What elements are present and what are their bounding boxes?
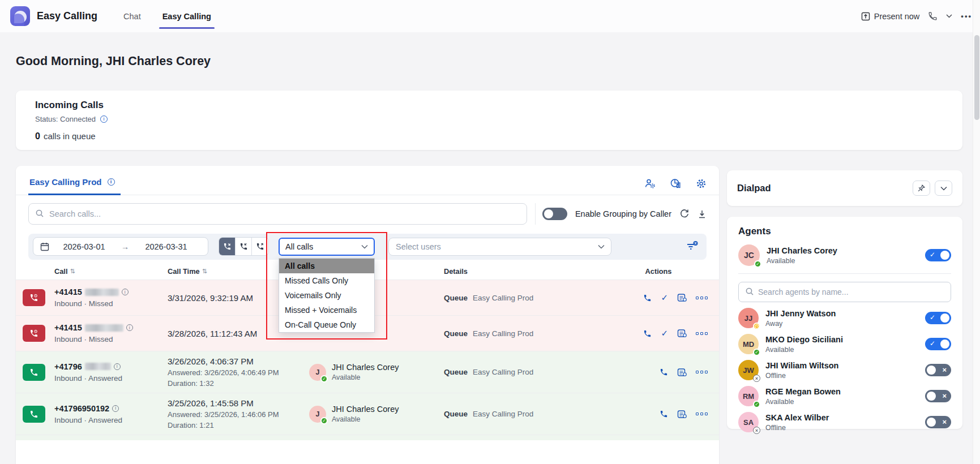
call-duration: Duration: 1:21: [168, 421, 309, 429]
agent-name: SKA Alex Wilber: [765, 413, 829, 422]
grouping-toggle[interactable]: [542, 208, 567, 220]
available-status-badge: ✓: [753, 349, 760, 356]
agents-card: Agents JC✓ JHI Charles Corey Available ✓…: [727, 217, 962, 429]
available-status-badge: ✓: [320, 375, 328, 383]
dropdown-option-all-calls[interactable]: All calls: [279, 259, 374, 273]
incoming-call-filter-button[interactable]: [219, 238, 236, 255]
agents-search-input[interactable]: [738, 282, 951, 302]
date-to[interactable]: 2026-03-31: [131, 242, 201, 251]
redacted-number: [85, 289, 119, 296]
date-range-picker[interactable]: 2026-03-01 → 2026-03-31: [33, 237, 208, 256]
tab-easy-calling[interactable]: Easy Calling: [160, 0, 213, 32]
info-icon[interactable]: i: [114, 363, 121, 370]
missed-call-filter-button[interactable]: [236, 238, 252, 255]
select-users-box: [388, 238, 611, 256]
settings-gear-icon[interactable]: [696, 178, 707, 189]
tab-easy-calling-prod[interactable]: Easy Calling Prod i: [28, 177, 121, 195]
agent-availability-toggle[interactable]: ×: [925, 390, 951, 402]
top-navbar: Easy Calling Chat Easy Calling Present n…: [0, 0, 980, 32]
agent-name: JHI Wiliam Wiltson: [765, 361, 838, 370]
missed-call-icon: [23, 325, 45, 342]
agent-availability-toggle[interactable]: ✓: [925, 249, 951, 261]
more-options-icon[interactable]: •••: [961, 12, 972, 20]
info-icon[interactable]: i: [100, 115, 108, 123]
date-range-arrow: →: [119, 242, 131, 251]
search-calls-input[interactable]: [28, 203, 527, 225]
agent-name: JHI Charles Corey: [332, 363, 399, 372]
agent-availability-toggle[interactable]: ✓: [925, 338, 951, 350]
agent-status: Available: [332, 415, 399, 423]
call-back-icon[interactable]: [643, 329, 652, 338]
outgoing-call-filter-button[interactable]: [252, 238, 268, 255]
agent-status: Offline: [765, 372, 838, 380]
date-from[interactable]: 2026-03-01: [49, 242, 119, 251]
clear-filters-icon[interactable]: [686, 240, 699, 252]
app-title: Easy Calling: [37, 10, 97, 22]
dropdown-option-missed-calls-only[interactable]: Missed Calls Only: [279, 273, 374, 288]
detail-value: Easy Calling Prod: [473, 294, 533, 302]
call-direction: Inbound · Missed: [54, 335, 168, 343]
detail-label: Queue: [444, 368, 468, 376]
queue-count: 0: [35, 131, 40, 141]
navbar-tabs: Chat Easy Calling: [121, 0, 230, 32]
column-header-call[interactable]: Call: [54, 267, 67, 276]
present-now-label: Present now: [874, 12, 920, 21]
call-back-icon[interactable]: [660, 410, 668, 418]
current-agent-row: JC✓ JHI Charles Corey Available ✓: [738, 244, 951, 266]
more-actions-icon[interactable]: [696, 413, 708, 415]
agent-availability-toggle[interactable]: ✓: [925, 312, 951, 324]
scrollbar-track[interactable]: [973, 0, 980, 464]
refresh-icon[interactable]: [679, 209, 690, 219]
pin-button[interactable]: [913, 181, 930, 196]
download-icon[interactable]: [697, 209, 707, 219]
info-icon[interactable]: i: [126, 324, 133, 331]
agent-row: RM✓ RGE Megan Bowen Available ×: [738, 386, 951, 406]
collapse-button[interactable]: [935, 181, 952, 196]
table-row[interactable]: +41796950192i Inbound · Answered 3/25/20…: [16, 393, 719, 435]
phone-icon[interactable]: [928, 11, 938, 21]
agent-row: SA× SKA Alex Wilber Offline ×: [738, 412, 951, 432]
scrollbar-thumb[interactable]: [974, 35, 979, 120]
call-notes-icon[interactable]: [677, 368, 687, 377]
more-actions-icon[interactable]: [696, 371, 708, 373]
call-back-icon[interactable]: [660, 368, 668, 376]
info-icon[interactable]: i: [108, 178, 115, 186]
agent-settings-icon[interactable]: [644, 178, 656, 189]
call-notes-icon[interactable]: [677, 410, 687, 419]
mark-handled-icon[interactable]: ✓: [661, 328, 668, 338]
select-users-input[interactable]: [388, 238, 611, 256]
dropdown-option-on-call-queue-only[interactable]: On-Call Queue Only: [279, 317, 374, 332]
queue-count-label: calls in queue: [44, 131, 96, 141]
navbar-actions: Present now •••: [861, 11, 972, 21]
column-header-call-time[interactable]: Call Time: [168, 267, 200, 276]
call-back-icon[interactable]: [643, 294, 652, 302]
chevron-down-icon[interactable]: [946, 14, 952, 18]
sort-icon[interactable]: ⇅: [202, 268, 207, 275]
mark-handled-icon[interactable]: ✓: [661, 293, 668, 303]
dropdown-option-missed-voicemails[interactable]: Missed + Voicemails: [279, 303, 374, 317]
tab-chat[interactable]: Chat: [121, 0, 143, 32]
info-icon[interactable]: i: [122, 289, 129, 295]
present-now-button[interactable]: Present now: [861, 12, 920, 21]
agent-name: JHI Charles Corey: [767, 246, 837, 255]
agent-availability-toggle[interactable]: ×: [925, 364, 951, 376]
call-type-select[interactable]: All calls: [279, 238, 375, 256]
more-actions-icon[interactable]: [696, 297, 708, 299]
sort-icon[interactable]: ⇅: [70, 268, 75, 275]
agent-row: JW× JHI Wiliam Wiltson Offline ×: [738, 360, 951, 380]
search-icon: [35, 209, 44, 218]
agent-availability-toggle[interactable]: ×: [925, 416, 951, 428]
avatar: JJ: [738, 308, 759, 328]
call-notes-icon[interactable]: [677, 293, 687, 302]
call-direction: Inbound · Answered: [54, 416, 168, 424]
agents-title: Agents: [738, 226, 951, 237]
dropdown-option-voicemails-only[interactable]: Voicemails Only: [279, 288, 374, 303]
more-actions-icon[interactable]: [696, 332, 708, 335]
agents-search-box: [738, 282, 951, 302]
call-notes-icon[interactable]: [677, 329, 687, 338]
table-row[interactable]: +41796i Inbound · Answered 3/26/2026, 4:…: [16, 351, 719, 393]
offline-status-badge: ×: [753, 375, 760, 382]
agent-name: JHI Jenny Watson: [765, 309, 836, 318]
info-icon[interactable]: i: [112, 405, 119, 412]
analytics-icon[interactable]: [670, 178, 681, 189]
